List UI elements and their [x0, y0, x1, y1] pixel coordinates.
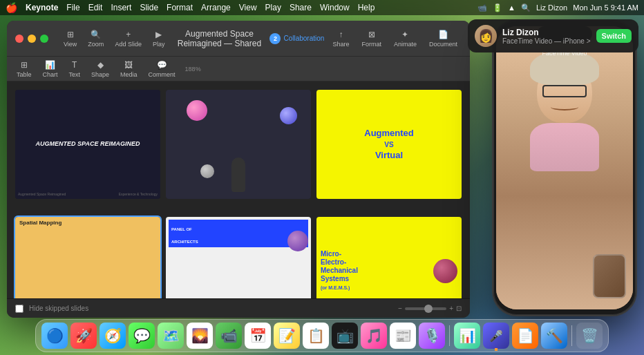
dock-podcasts[interactable]: 🎙️: [419, 323, 445, 349]
facetime-switch-button[interactable]: Switch: [596, 29, 632, 43]
text-icon: T: [72, 60, 77, 70]
menu-window[interactable]: Window: [320, 3, 350, 12]
view-icon: ⊞: [67, 30, 74, 39]
zoom-button[interactable]: 🔍 Zoom: [84, 28, 108, 49]
zoom-in-icon[interactable]: +: [449, 305, 453, 312]
menu-play[interactable]: Play: [265, 3, 281, 12]
add-slide-button[interactable]: + Add Slide: [111, 28, 146, 49]
play-icon: ▶: [155, 30, 162, 39]
traffic-lights: [15, 35, 48, 43]
slide-wrapper-1: AUGMENTED SPACE REIMAGINED Augmented Spa…: [15, 90, 160, 211]
menu-bar: 🍎 Keynote File Edit Insert Slide Format …: [0, 0, 644, 15]
slide-4-title: Spatial Mapping: [19, 220, 61, 226]
document-icon: 📄: [438, 30, 448, 39]
menu-format[interactable]: Format: [167, 3, 193, 12]
facetime-info: Liz Dizon FaceTime Video — iPhone >: [502, 28, 591, 45]
app-menu-keynote[interactable]: Keynote: [26, 3, 58, 12]
slide-item-3[interactable]: AugmentedVSVirtual: [316, 90, 462, 199]
hide-skipped-checkbox[interactable]: [15, 305, 23, 313]
facetime-avatar: 👩: [475, 25, 497, 47]
slide-item-4[interactable]: Spatial Mapping Augmented Space Reimagin…: [15, 217, 160, 299]
view-button[interactable]: ⊞ View: [59, 28, 81, 49]
menu-help[interactable]: Help: [358, 3, 375, 12]
dock-xcode[interactable]: 🔨: [541, 323, 567, 349]
chart-icon: 📊: [45, 60, 55, 70]
self-view-thumbnail[interactable]: [593, 254, 626, 298]
menu-view[interactable]: View: [239, 3, 257, 12]
menu-insert[interactable]: Insert: [111, 3, 131, 12]
slide-item-6[interactable]: Micro-Electro-MechanicalSystems(or M.E.M…: [316, 217, 462, 299]
toolbar-left-group: ⊞ View 🔍 Zoom + Add Slide ▶ Play: [59, 28, 169, 49]
menu-edit[interactable]: Edit: [88, 3, 103, 12]
dock-maps[interactable]: 🗺️: [158, 323, 184, 349]
wifi-icon: ▲: [508, 3, 515, 12]
comment-button[interactable]: 💬 Comment: [144, 59, 180, 79]
menu-share[interactable]: Share: [290, 3, 312, 12]
apple-menu[interactable]: 🍎: [6, 2, 17, 13]
format-button[interactable]: ⊠ Format: [357, 28, 386, 49]
dock-reminders[interactable]: 📋: [303, 323, 329, 349]
date-display: Mon Jun 5 9:41 AM: [573, 3, 638, 12]
dock-launchpad[interactable]: 🚀: [70, 323, 97, 349]
slide-item-2[interactable]: [166, 90, 311, 199]
shape-button[interactable]: ◆ Shape: [87, 59, 113, 79]
menu-slide[interactable]: Slide: [140, 3, 158, 12]
glasses: [542, 85, 587, 97]
menu-arrange[interactable]: Arrange: [201, 3, 231, 12]
dock-numbers[interactable]: 📊: [454, 323, 480, 349]
media-button[interactable]: 🖼 Media: [116, 59, 142, 79]
dock-finder[interactable]: 🔵: [41, 323, 68, 349]
slide-item-1[interactable]: AUGMENTED SPACE REIMAGINED Augmented Spa…: [15, 90, 160, 199]
statusbar-right: − + ⊡: [398, 305, 462, 312]
user-name: Liz Dizon: [536, 3, 567, 12]
close-button[interactable]: [15, 35, 23, 43]
zoom-out-icon[interactable]: −: [398, 305, 402, 312]
fit-to-screen-icon[interactable]: ⊡: [456, 305, 462, 312]
fullscreen-button[interactable]: [40, 35, 48, 43]
dock-music[interactable]: 🎵: [361, 323, 387, 349]
menu-file[interactable]: File: [66, 3, 79, 12]
window-title: Augmented Space Reimagined — Shared: [174, 29, 264, 48]
minimize-button[interactable]: [28, 35, 36, 43]
dock-calendar[interactable]: 📅: [245, 323, 271, 349]
chart-button[interactable]: 📊 Chart: [39, 59, 62, 79]
slide-item-5[interactable]: PANEL OF ARCHITECTS Jordan Freeman · Ste…: [166, 217, 311, 299]
search-icon[interactable]: 🔍: [521, 3, 531, 12]
collaboration-button[interactable]: 2 Collaboration: [269, 33, 324, 44]
shape-icon: ◆: [97, 60, 104, 70]
menu-bar-left: 🍎 Keynote File Edit Insert Slide Format …: [6, 2, 375, 13]
sphere-blue: [280, 107, 297, 124]
dock-news[interactable]: 📰: [390, 323, 416, 349]
dock-appletv[interactable]: 📺: [332, 323, 358, 349]
slide-1-footer-left: Augmented Space Reimagined: [18, 192, 66, 196]
media-icon: 🖼: [124, 60, 133, 70]
dock-facetime[interactable]: 📹: [216, 323, 242, 349]
dock-pages[interactable]: 📄: [512, 323, 538, 349]
slide-wrapper-2: 2: [166, 90, 311, 211]
facetime-notification[interactable]: 👩 Liz Dizon FaceTime Video — iPhone > Sw…: [468, 19, 638, 52]
dock-separator: [449, 325, 450, 346]
text-button[interactable]: T Text: [65, 59, 85, 79]
animate-button[interactable]: ✦ Animate: [390, 28, 421, 49]
table-button[interactable]: ⊞ Table: [12, 59, 36, 79]
dock-safari[interactable]: 🧭: [100, 323, 126, 349]
dock-messages[interactable]: 💬: [129, 323, 155, 349]
dock-trash[interactable]: 🗑️: [576, 323, 603, 349]
dock: 🔵 🚀 🧭 💬 🗺️ 🌄 📹 📅 📝 📋 📺 🎵 📰 🎙️ 📊 🎤 📄 🔨 🗑️: [35, 319, 609, 352]
dock-photos[interactable]: 🌄: [187, 323, 213, 349]
document-button[interactable]: 📄 Document: [425, 28, 462, 49]
play-button[interactable]: ▶ Play: [149, 28, 169, 49]
collaboration-label: Collaboration: [283, 35, 324, 42]
format-icon: ⊠: [368, 30, 375, 39]
face: [537, 61, 592, 123]
dock-notes[interactable]: 📝: [274, 323, 300, 349]
add-slide-icon: +: [126, 30, 131, 39]
share-button[interactable]: ↑ Share: [328, 28, 353, 49]
zoom-icon: 🔍: [91, 30, 101, 39]
slides-panel: AUGMENTED SPACE REIMAGINED Augmented Spa…: [7, 81, 470, 298]
window-titlebar: ⊞ View 🔍 Zoom + Add Slide ▶ Play Augment…: [7, 21, 470, 57]
zoom-slider[interactable]: [405, 307, 446, 310]
dock-keynote[interactable]: 🎤: [483, 323, 509, 349]
zoom-level: 188%: [185, 66, 201, 73]
slide-3-text: AugmentedVSVirtual: [364, 128, 414, 160]
